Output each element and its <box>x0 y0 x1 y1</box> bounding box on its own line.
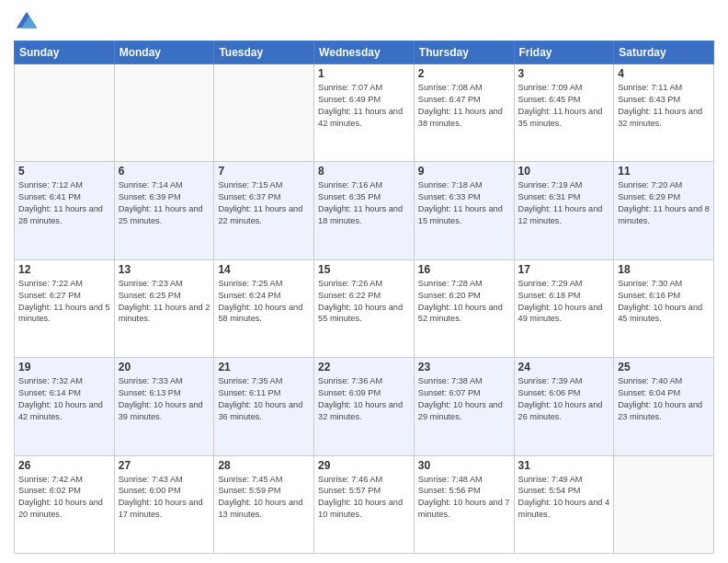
day-info: Sunrise: 7:12 AMSunset: 6:41 PMDaylight:… <box>18 179 110 227</box>
day-number: 19 <box>18 361 110 373</box>
day-number: 13 <box>119 263 210 276</box>
calendar-header-tuesday: Tuesday <box>214 41 314 64</box>
day-info: Sunrise: 7:14 AMSunset: 6:39 PMDaylight:… <box>119 179 210 227</box>
calendar-cell: 4Sunrise: 7:11 AMSunset: 6:43 PMDaylight… <box>614 64 714 162</box>
day-number: 29 <box>318 459 410 472</box>
day-info: Sunrise: 7:35 AMSunset: 6:11 PMDaylight:… <box>218 375 310 423</box>
day-number: 6 <box>119 165 210 178</box>
day-info: Sunrise: 7:09 AMSunset: 6:45 PMDaylight:… <box>518 82 610 130</box>
calendar-header-sunday: Sunday <box>15 41 115 64</box>
calendar-cell <box>114 64 214 162</box>
day-number: 15 <box>318 263 410 276</box>
calendar-cell: 17Sunrise: 7:29 AMSunset: 6:18 PMDayligh… <box>514 259 614 357</box>
day-info: Sunrise: 7:38 AMSunset: 6:07 PMDaylight:… <box>418 375 510 423</box>
calendar-header-thursday: Thursday <box>414 41 514 64</box>
logo <box>14 9 43 35</box>
calendar-cell: 1Sunrise: 7:07 AMSunset: 6:49 PMDaylight… <box>314 64 415 162</box>
calendar-header-wednesday: Wednesday <box>314 41 415 64</box>
day-info: Sunrise: 7:16 AMSunset: 6:35 PMDaylight:… <box>318 179 410 227</box>
calendar-cell: 11Sunrise: 7:20 AMSunset: 6:29 PMDayligh… <box>614 162 714 259</box>
day-info: Sunrise: 7:42 AMSunset: 6:02 PMDaylight:… <box>18 474 110 522</box>
calendar-header-friday: Friday <box>514 41 614 64</box>
calendar-cell: 6Sunrise: 7:14 AMSunset: 6:39 PMDaylight… <box>114 162 214 259</box>
day-info: Sunrise: 7:48 AMSunset: 5:56 PMDaylight:… <box>418 474 510 522</box>
day-info: Sunrise: 7:33 AMSunset: 6:13 PMDaylight:… <box>119 375 210 423</box>
day-number: 28 <box>218 459 310 472</box>
day-number: 24 <box>518 361 610 373</box>
calendar-week-2: 5Sunrise: 7:12 AMSunset: 6:41 PMDaylight… <box>15 162 714 259</box>
day-info: Sunrise: 7:40 AMSunset: 6:04 PMDaylight:… <box>618 375 710 423</box>
calendar-cell: 12Sunrise: 7:22 AMSunset: 6:27 PMDayligh… <box>15 259 115 357</box>
day-info: Sunrise: 7:29 AMSunset: 6:18 PMDaylight:… <box>518 278 610 326</box>
calendar-header-row: SundayMondayTuesdayWednesdayThursdayFrid… <box>15 41 714 64</box>
calendar-cell <box>15 64 115 162</box>
day-number: 20 <box>119 361 210 373</box>
calendar-cell: 16Sunrise: 7:28 AMSunset: 6:20 PMDayligh… <box>414 259 514 357</box>
day-number: 26 <box>18 459 110 472</box>
calendar-cell: 14Sunrise: 7:25 AMSunset: 6:24 PMDayligh… <box>214 259 314 357</box>
day-info: Sunrise: 7:18 AMSunset: 6:33 PMDaylight:… <box>418 179 510 227</box>
calendar-cell <box>214 64 314 162</box>
page: SundayMondayTuesdayWednesdayThursdayFrid… <box>0 0 728 563</box>
calendar-week-1: 1Sunrise: 7:07 AMSunset: 6:49 PMDaylight… <box>15 64 714 162</box>
calendar-week-4: 19Sunrise: 7:32 AMSunset: 6:14 PMDayligh… <box>15 358 714 455</box>
day-info: Sunrise: 7:26 AMSunset: 6:22 PMDaylight:… <box>318 278 410 326</box>
day-number: 27 <box>119 459 210 472</box>
logo-icon <box>14 9 40 35</box>
calendar-cell: 26Sunrise: 7:42 AMSunset: 6:02 PMDayligh… <box>15 455 115 553</box>
header <box>14 9 714 35</box>
day-number: 3 <box>518 67 610 80</box>
day-info: Sunrise: 7:11 AMSunset: 6:43 PMDaylight:… <box>618 82 710 130</box>
day-info: Sunrise: 7:28 AMSunset: 6:20 PMDaylight:… <box>418 278 510 326</box>
calendar-week-5: 26Sunrise: 7:42 AMSunset: 6:02 PMDayligh… <box>15 455 714 553</box>
day-info: Sunrise: 7:23 AMSunset: 6:25 PMDaylight:… <box>119 278 210 326</box>
day-info: Sunrise: 7:46 AMSunset: 5:57 PMDaylight:… <box>318 474 410 522</box>
day-number: 25 <box>618 361 710 373</box>
calendar-week-3: 12Sunrise: 7:22 AMSunset: 6:27 PMDayligh… <box>15 259 714 357</box>
calendar-cell: 25Sunrise: 7:40 AMSunset: 6:04 PMDayligh… <box>614 358 714 455</box>
calendar-cell: 7Sunrise: 7:15 AMSunset: 6:37 PMDaylight… <box>214 162 314 259</box>
day-number: 4 <box>618 67 710 80</box>
day-number: 7 <box>218 165 310 178</box>
day-number: 8 <box>318 165 410 178</box>
day-number: 17 <box>518 263 610 276</box>
calendar-cell: 2Sunrise: 7:08 AMSunset: 6:47 PMDaylight… <box>414 64 514 162</box>
day-info: Sunrise: 7:49 AMSunset: 5:54 PMDaylight:… <box>518 474 610 522</box>
calendar-cell: 21Sunrise: 7:35 AMSunset: 6:11 PMDayligh… <box>214 358 314 455</box>
day-info: Sunrise: 7:15 AMSunset: 6:37 PMDaylight:… <box>218 179 310 227</box>
day-info: Sunrise: 7:30 AMSunset: 6:16 PMDaylight:… <box>618 278 710 326</box>
calendar-cell: 15Sunrise: 7:26 AMSunset: 6:22 PMDayligh… <box>314 259 415 357</box>
day-number: 30 <box>418 459 510 472</box>
day-info: Sunrise: 7:22 AMSunset: 6:27 PMDaylight:… <box>18 278 110 326</box>
day-info: Sunrise: 7:36 AMSunset: 6:09 PMDaylight:… <box>318 375 410 423</box>
calendar-cell: 20Sunrise: 7:33 AMSunset: 6:13 PMDayligh… <box>114 358 214 455</box>
day-info: Sunrise: 7:08 AMSunset: 6:47 PMDaylight:… <box>418 82 510 130</box>
calendar-header-saturday: Saturday <box>614 41 714 64</box>
day-number: 14 <box>218 263 310 276</box>
calendar-cell: 5Sunrise: 7:12 AMSunset: 6:41 PMDaylight… <box>15 162 115 259</box>
day-info: Sunrise: 7:32 AMSunset: 6:14 PMDaylight:… <box>18 375 110 423</box>
calendar-cell: 8Sunrise: 7:16 AMSunset: 6:35 PMDaylight… <box>314 162 415 259</box>
calendar-cell: 23Sunrise: 7:38 AMSunset: 6:07 PMDayligh… <box>414 358 514 455</box>
day-number: 11 <box>618 165 710 178</box>
calendar-cell: 10Sunrise: 7:19 AMSunset: 6:31 PMDayligh… <box>514 162 614 259</box>
day-info: Sunrise: 7:43 AMSunset: 6:00 PMDaylight:… <box>119 474 210 522</box>
day-number: 21 <box>218 361 310 373</box>
calendar-cell: 9Sunrise: 7:18 AMSunset: 6:33 PMDaylight… <box>414 162 514 259</box>
calendar-cell: 3Sunrise: 7:09 AMSunset: 6:45 PMDaylight… <box>514 64 614 162</box>
day-info: Sunrise: 7:45 AMSunset: 5:59 PMDaylight:… <box>218 474 310 522</box>
day-number: 10 <box>518 165 610 178</box>
calendar-cell: 27Sunrise: 7:43 AMSunset: 6:00 PMDayligh… <box>114 455 214 553</box>
day-info: Sunrise: 7:39 AMSunset: 6:06 PMDaylight:… <box>518 375 610 423</box>
calendar-cell: 24Sunrise: 7:39 AMSunset: 6:06 PMDayligh… <box>514 358 614 455</box>
day-info: Sunrise: 7:19 AMSunset: 6:31 PMDaylight:… <box>518 179 610 227</box>
day-info: Sunrise: 7:20 AMSunset: 6:29 PMDaylight:… <box>618 179 710 227</box>
calendar-table: SundayMondayTuesdayWednesdayThursdayFrid… <box>14 40 714 554</box>
day-number: 9 <box>418 165 510 178</box>
day-number: 16 <box>418 263 510 276</box>
calendar-cell: 19Sunrise: 7:32 AMSunset: 6:14 PMDayligh… <box>15 358 115 455</box>
day-number: 5 <box>18 165 110 178</box>
day-info: Sunrise: 7:07 AMSunset: 6:49 PMDaylight:… <box>318 82 410 130</box>
day-number: 18 <box>618 263 710 276</box>
day-number: 12 <box>18 263 110 276</box>
